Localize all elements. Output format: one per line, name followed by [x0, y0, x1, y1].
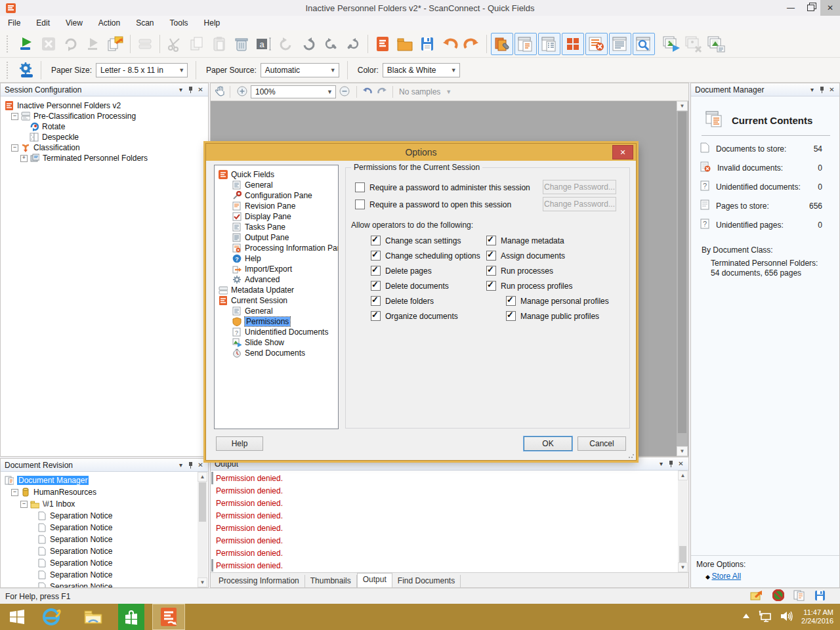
tree-item-tasks-pane[interactable]: Tasks Pane: [215, 222, 338, 232]
samples-dropdown[interactable]: No samples: [399, 87, 440, 96]
file-explorer-icon[interactable]: [76, 604, 110, 630]
tab-processing-information[interactable]: Processing Information: [213, 575, 305, 587]
cancel-scan-icon[interactable]: [38, 33, 59, 54]
change-scan-settings-checkbox[interactable]: [371, 236, 381, 245]
close-panel-icon[interactable]: ✕: [196, 85, 205, 94]
change-open-password-button[interactable]: Change Password...: [543, 197, 616, 211]
color-dropdown[interactable]: Black & White▼: [383, 63, 460, 77]
processing-information-pane-toggle-icon[interactable]: [585, 33, 608, 55]
require-open-password-checkbox[interactable]: [355, 200, 365, 209]
tasks-pane-toggle-icon[interactable]: [538, 33, 560, 55]
tab-find-documents[interactable]: Find Documents: [392, 575, 461, 587]
tree-item-metadata-updater[interactable]: Metadata Updater: [215, 285, 338, 295]
resume-scan-icon[interactable]: [83, 33, 104, 54]
dialog-close-icon[interactable]: ✕: [612, 145, 633, 159]
manage-metadata-checkbox[interactable]: [486, 236, 496, 245]
cut-icon[interactable]: [164, 33, 185, 54]
auto-hide-pin-icon[interactable]: [186, 460, 196, 470]
manage-personal-profiles-checkbox[interactable]: [506, 296, 516, 306]
menu-view[interactable]: View: [58, 16, 91, 30]
stop-slide-show-icon[interactable]: [683, 33, 704, 54]
output-pane-toggle-icon[interactable]: [609, 33, 631, 55]
rotate-right-icon[interactable]: [298, 33, 319, 54]
scroll-down-icon[interactable]: ▼: [677, 446, 688, 456]
undo-view-icon[interactable]: [362, 86, 373, 98]
delete-icon[interactable]: [231, 33, 252, 54]
tree-item-classification[interactable]: − Classification: [5, 142, 208, 153]
zoom-level-dropdown[interactable]: 100%▼: [251, 85, 336, 98]
tree-item-help[interactable]: ?Help: [215, 253, 338, 264]
close-panel-icon[interactable]: ✕: [676, 459, 686, 469]
scroll-down-icon[interactable]: ▼: [678, 562, 688, 572]
menu-action[interactable]: Action: [91, 16, 128, 30]
viewer-vertical-scrollbar[interactable]: ▼ ▼: [677, 101, 688, 456]
tree-item-doc[interactable]: Separation Notice: [5, 534, 208, 545]
redo-icon[interactable]: [461, 33, 482, 54]
window-position-icon[interactable]: ▾: [807, 85, 817, 94]
tree-item-send-documents[interactable]: Send Documents: [215, 348, 338, 358]
organize-documents-checkbox[interactable]: [371, 311, 381, 321]
delete-documents-checkbox[interactable]: [371, 281, 381, 291]
internet-explorer-icon[interactable]: [34, 604, 68, 630]
tree-item-quick-fields[interactable]: Quick Fields: [215, 169, 338, 180]
revision-vertical-scrollbar[interactable]: ▲ ▼: [198, 472, 207, 587]
change-scheduling-options-checkbox[interactable]: [371, 251, 381, 261]
windows-store-icon[interactable]: [118, 604, 144, 630]
session-configuration-pane-toggle-icon[interactable]: [491, 33, 513, 55]
tree-item-slide-show[interactable]: Slide Show: [215, 337, 338, 348]
auto-rotate-right-icon[interactable]: [343, 33, 364, 54]
copy-icon[interactable]: [186, 33, 207, 54]
tree-item-doc[interactable]: Separation Notice: [5, 545, 208, 557]
rotate-left-icon[interactable]: [276, 33, 297, 54]
tree-item-doc[interactable]: Separation Notice: [5, 569, 208, 581]
undo-icon[interactable]: [439, 33, 460, 54]
tree-item-import-export[interactable]: Import/Export: [215, 264, 338, 274]
menu-file[interactable]: File: [0, 16, 28, 30]
close-panel-icon[interactable]: ✕: [827, 85, 837, 94]
scanconnect-taskbar-icon[interactable]: [152, 604, 185, 630]
cancel-button[interactable]: Cancel: [578, 436, 626, 451]
tree-item-document-manager[interactable]: Document Manager: [5, 474, 208, 486]
menu-scan[interactable]: Scan: [128, 16, 161, 30]
tree-item-doc[interactable]: Separation Notice: [5, 557, 208, 569]
tree-item-general[interactable]: General: [215, 180, 338, 190]
slide-show-icon[interactable]: [661, 33, 682, 54]
send-pages-icon[interactable]: [105, 33, 126, 54]
manage-public-profiles-checkbox[interactable]: [506, 311, 516, 321]
start-scan-icon[interactable]: [16, 33, 37, 54]
close-button[interactable]: ✕: [820, 0, 840, 16]
scroll-up-icon[interactable]: ▼: [677, 101, 688, 111]
store-all-link[interactable]: Store All: [711, 572, 741, 581]
revision-status-icon[interactable]: [793, 589, 805, 603]
display-pane-toggle-icon[interactable]: [562, 33, 584, 55]
insert-separator-icon[interactable]: [135, 33, 156, 54]
auto-hide-pin-icon[interactable]: [186, 85, 196, 94]
scroll-down-icon[interactable]: ▼: [198, 578, 207, 587]
resize-grip[interactable]: [628, 452, 635, 459]
collapse-icon[interactable]: −: [11, 113, 18, 120]
save-status-icon[interactable]: [814, 590, 826, 603]
tree-item-humanresources[interactable]: − HumanResources: [5, 486, 208, 498]
scanner-settings-icon[interactable]: [16, 60, 37, 81]
menu-help[interactable]: Help: [196, 16, 228, 30]
change-admin-password-button[interactable]: Change Password...: [543, 180, 616, 194]
window-position-icon[interactable]: ▾: [176, 460, 186, 470]
revision-pane-toggle-icon[interactable]: [514, 33, 537, 55]
taskbar-clock[interactable]: 11:47 AM 2/24/2016: [801, 608, 833, 625]
tree-item-display-pane[interactable]: Display Pane: [215, 211, 338, 222]
tree-item-terminated-folders[interactable]: + Terminated Personnel Folders: [5, 153, 208, 163]
ok-button[interactable]: OK: [524, 436, 572, 451]
tree-item-configuration-pane[interactable]: Configuration Pane: [215, 190, 338, 201]
collapse-icon[interactable]: −: [11, 144, 18, 152]
run-process-profiles-checkbox[interactable]: [486, 281, 496, 291]
auto-rotate-left-icon[interactable]: [320, 33, 341, 54]
image-details-icon[interactable]: [705, 33, 726, 54]
rename-text-icon[interactable]: a: [253, 33, 274, 54]
network-tray-icon[interactable]: [758, 610, 772, 624]
paper-source-dropdown[interactable]: Automatic▼: [261, 63, 339, 77]
volume-tray-icon[interactable]: [780, 610, 793, 624]
menu-tools[interactable]: Tools: [162, 16, 196, 30]
tree-item-doc[interactable]: Separation Notice: [5, 510, 208, 522]
pan-hand-icon[interactable]: [215, 85, 226, 99]
auto-hide-pin-icon[interactable]: [666, 459, 676, 469]
